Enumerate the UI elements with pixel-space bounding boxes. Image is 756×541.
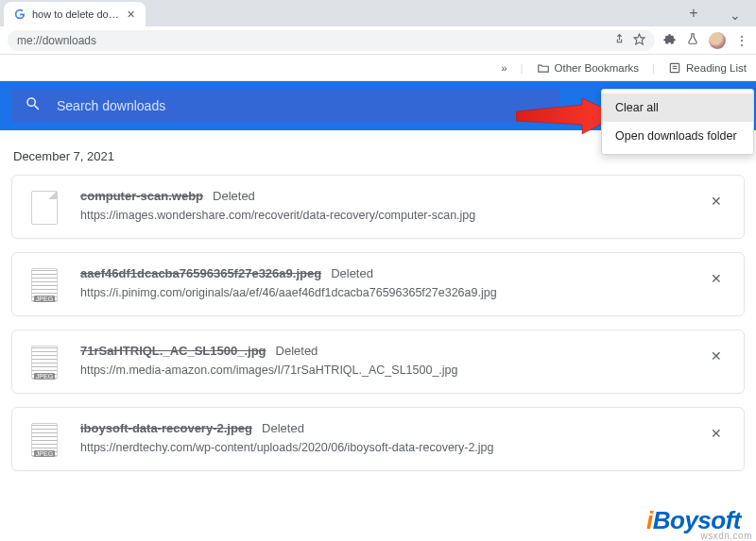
search-container (11, 89, 559, 123)
download-status: Deleted (213, 189, 255, 203)
downloads-context-menu: Clear all Open downloads folder (601, 89, 754, 155)
watermark-site: wsxdn.com (700, 531, 752, 541)
download-status: Deleted (262, 421, 304, 435)
labs-icon[interactable] (686, 32, 699, 48)
download-url: https://images.wondershare.com/recoverit… (80, 209, 681, 222)
downloads-content: December 7, 2021 computer-scan.webp Dele… (0, 130, 756, 471)
search-input[interactable] (57, 98, 546, 113)
download-status: Deleted (276, 344, 318, 358)
menu-open-downloads-folder[interactable]: Open downloads folder (602, 122, 753, 150)
downloads-page: Clear all Open downloads folder December… (0, 81, 756, 541)
share-icon[interactable] (613, 33, 626, 48)
google-favicon (13, 8, 26, 21)
url-text: me://downloads (17, 34, 96, 47)
download-url: https://m.media-amazon.com/images/I/71rS… (80, 363, 681, 377)
download-url: https://nerdtechy.com/wp-content/uploads… (80, 441, 681, 454)
tab-title: how to delete do… (32, 8, 119, 20)
tab-strip: how to delete do… ✕ + ⌄ (0, 0, 756, 26)
downloads-list: computer-scan.webp Deleted https://image… (11, 175, 745, 471)
download-url: https://i.pinimg.com/originals/aa/ef/46/… (80, 286, 681, 299)
menu-clear-all[interactable]: Clear all (602, 93, 753, 122)
bookmark-star-icon[interactable] (633, 33, 645, 48)
file-icon: JPEG (31, 268, 58, 302)
reading-list[interactable]: Reading List (668, 61, 747, 75)
download-filename: iboysoft-data-recovery-2.jpeg (80, 421, 252, 435)
toolbar-icons: ⋮ (662, 32, 748, 49)
download-item: computer-scan.webp Deleted https://image… (11, 175, 745, 239)
download-filename: 71rSaHTRIQL._AC_SL1500_.jpg (80, 344, 266, 358)
file-icon: JPEG (31, 346, 58, 380)
new-tab-button[interactable]: + (684, 5, 703, 22)
bookmarks-bar: » | Other Bookmarks | Reading List (0, 55, 756, 81)
other-bookmarks[interactable]: Other Bookmarks (537, 61, 639, 75)
download-item: JPEG aaef46df1dcacba76596365f27e326a9.jp… (11, 252, 745, 316)
svg-marker-0 (634, 34, 644, 44)
kebab-menu-icon[interactable]: ⋮ (735, 33, 748, 48)
download-status: Deleted (331, 266, 373, 280)
file-icon (31, 191, 58, 225)
remove-download-button[interactable]: ✕ (704, 189, 729, 213)
profile-avatar[interactable] (709, 32, 726, 49)
address-bar: me://downloads ⋮ (0, 26, 756, 55)
search-icon (25, 95, 42, 116)
remove-download-button[interactable]: ✕ (704, 344, 729, 368)
window-chevron-icon[interactable]: ⌄ (730, 8, 741, 23)
close-tab-icon[interactable]: ✕ (125, 8, 138, 21)
bookmarks-overflow[interactable]: » (501, 62, 507, 74)
extensions-icon[interactable] (662, 32, 677, 49)
download-filename: aaef46df1dcacba76596365f27e326a9.jpeg (80, 266, 321, 280)
remove-download-button[interactable]: ✕ (704, 421, 729, 446)
remove-download-button[interactable]: ✕ (704, 266, 729, 291)
download-item: JPEG 71rSaHTRIQL._AC_SL1500_.jpg Deleted… (11, 330, 745, 394)
file-icon: JPEG (31, 423, 58, 457)
download-item: JPEG iboysoft-data-recovery-2.jpeg Delet… (11, 407, 745, 471)
url-action-icons (613, 33, 645, 48)
download-filename: computer-scan.webp (80, 189, 203, 203)
url-field[interactable]: me://downloads (8, 30, 655, 51)
browser-tab[interactable]: how to delete do… ✕ (4, 2, 146, 26)
